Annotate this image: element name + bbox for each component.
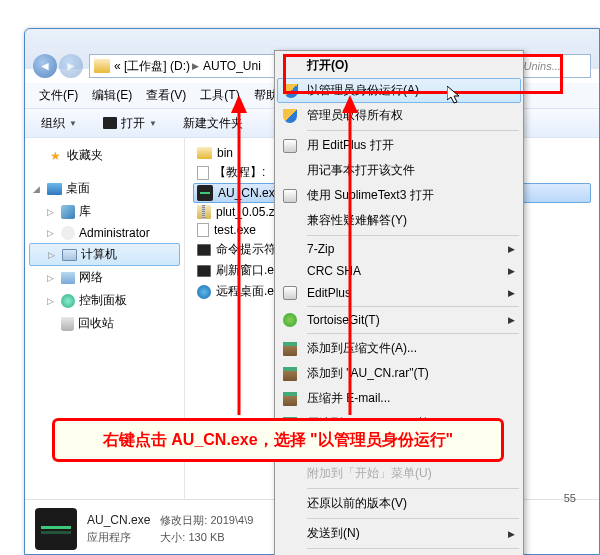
ctx-sublime[interactable]: 使用 SublimeText3 打开 (277, 183, 521, 208)
titlebar[interactable] (25, 29, 599, 49)
app-icon (103, 117, 117, 129)
chevron-right-icon: ▶ (508, 288, 515, 298)
menu-edit[interactable]: 编辑(E) (86, 85, 138, 106)
ctx-pin-start[interactable]: 附加到「开始」菜单(U) (277, 461, 521, 486)
details-filename: AU_CN.exe (87, 511, 150, 529)
separator (307, 548, 519, 549)
new-folder-button[interactable]: 新建文件夹 (175, 113, 251, 134)
separator (307, 130, 519, 131)
separator (307, 333, 519, 334)
ctx-cut[interactable]: 剪切(T) (277, 551, 521, 555)
context-menu: 打开(O) 以管理员身份运行(A) 管理员取得所有权 用 EditPlus 打开… (274, 50, 524, 555)
star-icon: ★ (47, 148, 63, 164)
rar-icon (283, 367, 297, 381)
details-icon (35, 508, 77, 550)
chevron-right-icon: ▶ (508, 244, 515, 254)
organize-button[interactable]: 组织 ▼ (33, 113, 85, 134)
ctx-tortoise[interactable]: TortoiseGit(T)▶ (277, 309, 521, 331)
chevron-right-icon: ▶ (508, 315, 515, 325)
sublime-icon (283, 189, 297, 203)
rar-icon (283, 342, 297, 356)
separator (307, 488, 519, 489)
sidebar-network[interactable]: ▷网络 (29, 266, 180, 289)
network-icon (61, 272, 75, 284)
crumb-drive[interactable]: « [工作盘] (D:) (114, 58, 190, 75)
ctx-notepad[interactable]: 用记事本打开该文件 (277, 158, 521, 183)
cmd-icon (197, 265, 211, 277)
back-button[interactable]: ◄ (33, 54, 57, 78)
menu-file[interactable]: 文件(F) (33, 85, 84, 106)
user-icon (61, 226, 75, 240)
desktop-icon (47, 183, 62, 195)
ctx-zip-email[interactable]: 压缩并 E-mail... (277, 386, 521, 411)
zip-icon (197, 205, 211, 219)
separator (307, 518, 519, 519)
details-filetype: 应用程序 (87, 529, 150, 546)
ctx-7zip[interactable]: 7-Zip▶ (277, 238, 521, 260)
text-icon (197, 223, 209, 237)
shield-icon (284, 84, 298, 98)
details-size: 130 KB (188, 531, 224, 543)
folder-icon (197, 147, 212, 159)
sidebar-desktop[interactable]: ◢桌面 (29, 177, 180, 200)
chevron-right-icon: ▶ (508, 529, 515, 539)
separator (307, 235, 519, 236)
recycle-icon (61, 317, 74, 331)
sidebar-user[interactable]: ▷Administrator (29, 223, 180, 243)
ctx-editplus[interactable]: 用 EditPlus 打开 (277, 133, 521, 158)
library-icon (61, 205, 75, 219)
ctx-add-archive[interactable]: 添加到压缩文件(A)... (277, 336, 521, 361)
forward-button[interactable]: ► (59, 54, 83, 78)
ctx-restore[interactable]: 还原以前的版本(V) (277, 491, 521, 516)
rar-icon (283, 392, 297, 406)
open-button[interactable]: 打开 ▼ (95, 113, 165, 134)
separator (307, 306, 519, 307)
caret-down-icon: ▼ (69, 119, 77, 128)
computer-icon (62, 249, 77, 261)
details-time-fragment: 55 (564, 492, 576, 504)
ctx-compat[interactable]: 兼容性疑难解答(Y) (277, 208, 521, 233)
ctx-sendto[interactable]: 发送到(N)▶ (277, 521, 521, 546)
crumb-folder[interactable]: AUTO_Uni (203, 59, 261, 73)
menu-tools[interactable]: 工具(T) (194, 85, 245, 106)
tortoise-icon (283, 313, 297, 327)
chevron-right-icon: ▶ (192, 61, 199, 71)
exe-icon (197, 185, 213, 201)
editplus-icon (283, 286, 297, 300)
annotation-callout: 右键点击 AU_CN.exe，选择 "以管理员身份运行" (52, 418, 504, 462)
ctx-ownership[interactable]: 管理员取得所有权 (277, 103, 521, 128)
folder-icon (94, 59, 110, 73)
ctx-runas-admin[interactable]: 以管理员身份运行(A) (277, 78, 521, 103)
teamviewer-icon (197, 285, 211, 299)
ctx-add-rar[interactable]: 添加到 "AU_CN.rar"(T) (277, 361, 521, 386)
chevron-right-icon: ▶ (508, 266, 515, 276)
shield-icon (283, 109, 297, 123)
caret-down-icon: ▼ (149, 119, 157, 128)
sidebar-controlpanel[interactable]: ▷控制面板 (29, 289, 180, 312)
sidebar-favorites[interactable]: ★收藏夹 (29, 144, 180, 167)
sidebar-recycle[interactable]: 回收站 (29, 312, 180, 335)
sidebar-computer[interactable]: ▷计算机 (29, 243, 180, 266)
ctx-editplus2[interactable]: EditPlus▶ (277, 282, 521, 304)
details-modified: 2019\4\9 (210, 514, 253, 526)
sidebar-libraries[interactable]: ▷库 (29, 200, 180, 223)
menu-view[interactable]: 查看(V) (140, 85, 192, 106)
ctx-crcsha[interactable]: CRC SHA▶ (277, 260, 521, 282)
controlpanel-icon (61, 294, 75, 308)
ctx-open[interactable]: 打开(O) (277, 53, 521, 78)
text-icon (197, 166, 209, 180)
cmd-icon (197, 244, 211, 256)
editplus-icon (283, 139, 297, 153)
